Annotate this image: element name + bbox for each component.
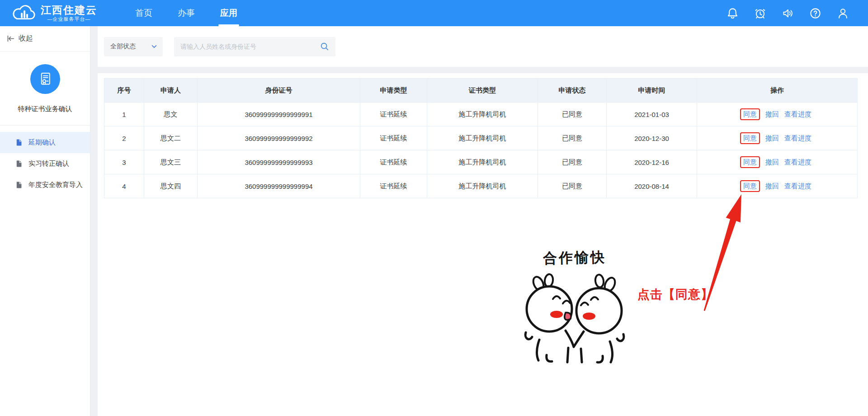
cell-apply-time: 2020-08-14 xyxy=(607,174,697,198)
alarm-clock-icon[interactable] xyxy=(754,7,766,19)
cell-id-number: 360999999999999992 xyxy=(198,126,360,150)
table-body: 1 思文 360999999999999991 证书延续 施工升降机司机 已同意… xyxy=(104,103,858,198)
brand-text: 江西住建云 —企业服务平台— xyxy=(41,4,97,23)
cell-id-number: 360999999999999994 xyxy=(198,174,360,198)
cell-apply-type: 证书延续 xyxy=(360,126,427,150)
brand-title: 江西住建云 xyxy=(41,4,97,16)
cell-id-number: 360999999999999993 xyxy=(198,150,360,174)
sidebar-menu: 延期确认 实习转正确认 年度安全教育导入 xyxy=(0,126,90,196)
withdraw-link[interactable]: 撤回 xyxy=(765,182,779,190)
cell-apply-type: 证书延续 xyxy=(360,174,427,198)
cell-status: 已同意 xyxy=(538,174,607,198)
col-header-operation: 操作 xyxy=(697,79,858,103)
speaker-icon[interactable] xyxy=(782,7,794,19)
cell-applicant: 思文二 xyxy=(144,126,198,150)
col-header-no: 序号 xyxy=(104,79,144,103)
col-header-apply-time: 申请时间 xyxy=(607,79,697,103)
brand-logo[interactable]: 江西住建云 —企业服务平台— xyxy=(0,3,97,23)
nav-tab-home[interactable]: 首页 xyxy=(123,0,165,26)
sidebar-collapse-label: 收起 xyxy=(19,34,33,43)
cell-status: 已同意 xyxy=(538,150,607,174)
col-header-apply-type: 申请类型 xyxy=(360,79,427,103)
cell-operation: 同意撤回查看进度 xyxy=(697,126,858,150)
sidebar-item-label: 延期确认 xyxy=(28,138,56,147)
cell-operation: 同意撤回查看进度 xyxy=(697,103,858,126)
view-progress-link[interactable]: 查看进度 xyxy=(784,110,811,118)
view-progress-link[interactable]: 查看进度 xyxy=(784,134,811,142)
status-dropdown[interactable]: 全部状态 xyxy=(104,37,163,56)
cell-cert-type: 施工升降机司机 xyxy=(427,150,538,174)
cell-applicant: 思文 xyxy=(144,103,198,126)
col-header-cert-type: 证书类型 xyxy=(427,79,538,103)
bell-icon[interactable] xyxy=(726,7,739,19)
col-header-status: 申请状态 xyxy=(538,79,607,103)
cartoon-characters-illustration xyxy=(520,271,629,364)
view-progress-link[interactable]: 查看进度 xyxy=(784,158,811,166)
cell-apply-type: 证书延续 xyxy=(360,150,427,174)
current-app-block: 特种证书业务确认 xyxy=(0,51,90,126)
search-box xyxy=(174,37,335,56)
user-icon[interactable] xyxy=(837,7,849,19)
cell-cert-type: 施工升降机司机 xyxy=(427,126,538,150)
cell-status: 已同意 xyxy=(538,126,607,150)
sidebar-item-label: 年度安全教育导入 xyxy=(28,181,83,189)
collapse-left-icon xyxy=(6,34,15,43)
cell-no: 1 xyxy=(104,103,144,126)
sidebar-collapse-button[interactable]: 收起 xyxy=(0,26,90,51)
table-row: 3 思文三 360999999999999993 证书延续 施工升降机司机 已同… xyxy=(104,150,858,174)
table-row: 2 思文二 360999999999999992 证书延续 施工升降机司机 已同… xyxy=(104,126,858,150)
cell-no: 3 xyxy=(104,150,144,174)
agree-highlight-box: 同意 xyxy=(740,132,760,144)
cell-no: 4 xyxy=(104,174,144,198)
help-circle-icon[interactable] xyxy=(809,7,821,19)
cell-cert-type: 施工升降机司机 xyxy=(427,103,538,126)
tutorial-tip-text: 点击【同意】 xyxy=(637,286,713,303)
col-header-applicant: 申请人 xyxy=(144,79,198,103)
sidebar-item-extension-confirm[interactable]: 延期确认 xyxy=(0,132,90,153)
agree-highlight-box: 同意 xyxy=(740,108,760,120)
left-sidebar: 收起 特种证书业务确认 延期确认 实习转正确认 xyxy=(0,26,90,416)
file-icon xyxy=(15,160,23,168)
nav-tab-applications[interactable]: 应用 xyxy=(208,0,250,26)
withdraw-link[interactable]: 撤回 xyxy=(765,134,779,142)
sidebar-item-label: 实习转正确认 xyxy=(28,159,69,168)
search-input[interactable] xyxy=(180,43,320,50)
top-header: 江西住建云 —企业服务平台— 首页 办事 应用 xyxy=(0,0,868,26)
view-progress-link[interactable]: 查看进度 xyxy=(784,182,811,190)
status-dropdown-value: 全部状态 xyxy=(110,42,136,51)
cell-apply-time: 2020-12-30 xyxy=(607,126,697,150)
cell-operation: 同意撤回查看进度 xyxy=(697,150,858,174)
cell-apply-time: 2021-01-03 xyxy=(607,103,697,126)
agree-link[interactable]: 同意 xyxy=(743,182,757,190)
cloud-logo-icon xyxy=(12,3,36,23)
table-header-row: 序号 申请人 身份证号 申请类型 证书类型 申请状态 申请时间 操作 xyxy=(104,79,858,103)
cell-no: 2 xyxy=(104,126,144,150)
col-header-id-number: 身份证号 xyxy=(198,79,360,103)
main-nav: 首页 办事 应用 xyxy=(123,0,250,26)
agree-highlight-box: 同意 xyxy=(740,156,760,168)
chevron-down-icon xyxy=(151,43,157,50)
withdraw-link[interactable]: 撤回 xyxy=(765,110,779,118)
filter-bar: 全部状态 xyxy=(98,26,868,67)
agree-link[interactable]: 同意 xyxy=(743,158,757,166)
applications-table: 序号 申请人 身份证号 申请类型 证书类型 申请状态 申请时间 操作 1 思文 … xyxy=(104,78,858,198)
app-title: 特种证书业务确认 xyxy=(18,105,72,113)
cell-id-number: 360999999999999991 xyxy=(198,103,360,126)
cell-applicant: 思文三 xyxy=(144,150,198,174)
agree-link[interactable]: 同意 xyxy=(743,110,757,118)
search-icon[interactable] xyxy=(320,42,329,51)
cooperation-sticker: 合作愉快 xyxy=(518,248,631,365)
header-icon-group xyxy=(726,7,868,19)
cell-apply-time: 2020-12-16 xyxy=(607,150,697,174)
sticker-caption: 合作愉快 xyxy=(518,248,632,268)
sidebar-item-safety-education-import[interactable]: 年度安全教育导入 xyxy=(0,174,90,196)
file-icon xyxy=(15,181,23,189)
file-icon xyxy=(15,139,23,146)
withdraw-link[interactable]: 撤回 xyxy=(765,158,779,166)
sidebar-item-internship-confirm[interactable]: 实习转正确认 xyxy=(0,153,90,174)
nav-tab-services[interactable]: 办事 xyxy=(165,0,208,26)
applications-table-card: 序号 申请人 身份证号 申请类型 证书类型 申请状态 申请时间 操作 1 思文 … xyxy=(98,73,868,416)
app-icon-button[interactable] xyxy=(30,64,60,94)
cell-applicant: 思文四 xyxy=(144,174,198,198)
agree-link[interactable]: 同意 xyxy=(743,134,757,142)
